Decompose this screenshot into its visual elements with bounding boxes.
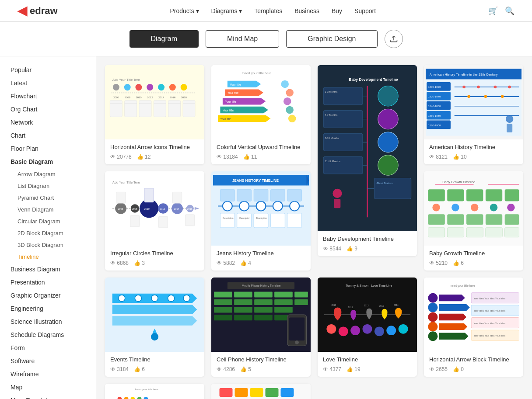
svg-text:Your Idea  Your Idea  Your Ide: Your Idea Your Idea Your Idea: [474, 322, 506, 325]
svg-point-84: [462, 86, 466, 89]
likes: 👍 19: [346, 366, 360, 372]
svg-rect-113: [185, 215, 195, 226]
sidebar-timeline[interactable]: Timeline: [0, 251, 96, 263]
card-title: Cell Phone History Timeline: [217, 356, 305, 363]
svg-text:Description: Description: [223, 217, 234, 219]
sidebar-wireframe[interactable]: Wireframe: [0, 368, 96, 381]
svg-point-5: [158, 84, 164, 90]
sidebar-pyramid-chart[interactable]: Pyramid Chart: [0, 192, 96, 204]
tab-diagram[interactable]: Diagram: [130, 30, 199, 48]
svg-text:2011: 2011: [348, 306, 353, 309]
svg-point-121: [273, 201, 283, 211]
sidebar-org-chart[interactable]: Org Chart: [0, 103, 96, 116]
card-body: Jeans History Timeline 👁 5882 👍 4: [211, 246, 311, 271]
sidebar-engineering[interactable]: Engineering: [0, 302, 96, 315]
svg-text:1-3 Months: 1-3 Months: [325, 90, 337, 93]
svg-text:Your title: Your title: [225, 100, 236, 103]
nav-business[interactable]: Business: [294, 7, 319, 14]
card-meta: 👁 5210 👍 6: [429, 260, 518, 266]
sidebar-form[interactable]: Form: [0, 341, 96, 354]
card-horizontal-arrow-icons[interactable]: Add Your Title Tere 2006 2008 2010: [105, 65, 204, 164]
svg-marker-211: [439, 314, 466, 320]
sidebar-map[interactable]: Map: [0, 381, 96, 394]
card-american-history[interactable]: American History Timeline in the 19th Ce…: [424, 65, 523, 164]
sidebar-circular-diagram[interactable]: Circular Diagram: [0, 215, 96, 227]
svg-text:2014: 2014: [174, 208, 179, 210]
svg-text:Description: Description: [256, 217, 267, 219]
card-jeans-history[interactable]: JEANS HISTORY TIMELINE: [211, 171, 311, 271]
sidebar: Popular Latest Flowchart Org Chart Netwo…: [0, 56, 96, 399]
sidebar-chart[interactable]: Chart: [0, 129, 96, 142]
svg-point-163: [135, 295, 141, 302]
sidebar-software[interactable]: Software: [0, 354, 96, 368]
card-colorful-vertical[interactable]: Insert your title here Your title Your t…: [211, 65, 311, 164]
card-meta: 👁 5882 👍 4: [217, 260, 305, 266]
tab-mindmap[interactable]: Mind Map: [206, 30, 279, 48]
sidebar-2d-block[interactable]: 2D Block Diagram: [0, 227, 96, 239]
card-title: Horizontal Arrow Block Timeline: [429, 356, 518, 363]
nav-buy[interactable]: Buy: [332, 7, 342, 14]
main-nav: Products ▾ Diagrams ▾ Templates Business…: [170, 7, 376, 14]
sidebar-3d-block[interactable]: 3D Block Diagram: [0, 239, 96, 251]
card-horizontal-arrow-block[interactable]: Insert your title here: [424, 278, 523, 377]
nav-templates[interactable]: Templates: [254, 7, 282, 14]
svg-point-119: [239, 201, 249, 211]
card-color-timeline-partial[interactable]: [211, 384, 311, 399]
card-meta: 👁 4286 👍 5: [217, 366, 305, 372]
nav-support[interactable]: Support: [354, 7, 376, 14]
likes: 👍 3: [134, 260, 145, 266]
svg-rect-134: [270, 189, 285, 201]
sidebar-popular[interactable]: Popular: [0, 63, 96, 76]
card-love-timeline[interactable]: Tommy & Simon - Love Time Line 2010 2011…: [318, 278, 417, 377]
sidebar-schedule[interactable]: Schedule Diagrams: [0, 328, 96, 341]
likes: 👍 0: [453, 366, 464, 372]
nav-products[interactable]: Products ▾: [170, 7, 199, 14]
sidebar-more-templates[interactable]: More Templates: [0, 394, 96, 399]
tab-graphic-design[interactable]: Graphic Design: [286, 30, 377, 48]
svg-point-145: [452, 204, 459, 212]
sidebar-flowchart[interactable]: Flowchart: [0, 90, 96, 103]
svg-rect-233: [266, 388, 279, 397]
logo-icon: ◀: [18, 3, 27, 18]
svg-rect-46: [323, 87, 363, 105]
sidebar-latest[interactable]: Latest: [0, 76, 96, 90]
upload-button[interactable]: [385, 30, 403, 48]
svg-point-122: [290, 201, 299, 211]
svg-rect-123: [220, 213, 234, 228]
svg-rect-175: [214, 299, 232, 305]
svg-rect-149: [428, 214, 444, 225]
svg-point-3: [135, 84, 142, 90]
cart-icon[interactable]: 🛒: [488, 6, 498, 16]
likes: 👍 5: [240, 366, 251, 372]
svg-text:Your title: Your title: [223, 109, 234, 112]
svg-rect-52: [323, 133, 363, 151]
likes: 👍 9: [346, 246, 357, 252]
svg-point-167: [151, 333, 158, 340]
card-bottom-partial[interactable]: Insert your title here: [105, 384, 204, 399]
svg-rect-158: [505, 228, 519, 237]
svg-point-146: [471, 204, 479, 212]
sidebar-basic-diagram[interactable]: Basic Diagram: [0, 155, 96, 168]
sidebar-venn-diagram[interactable]: Venn Diagram: [0, 204, 96, 215]
card-baby-growth[interactable]: Baby Growth Timeline: [424, 171, 523, 271]
sidebar-presentation[interactable]: Presentation: [0, 276, 96, 289]
nav-diagrams[interactable]: Diagrams ▾: [211, 7, 242, 14]
card-cell-phone-history[interactable]: Mobile Phone History Timeline: [211, 278, 311, 377]
card-title: Baby Growth Timeline: [429, 250, 518, 257]
search-icon[interactable]: 🔍: [505, 6, 514, 16]
sidebar-graphic-organizer[interactable]: Graphic Organizer: [0, 289, 96, 302]
svg-point-2: [124, 84, 131, 90]
sidebar-science[interactable]: Science Illustration: [0, 315, 96, 328]
sidebar-list-diagram[interactable]: List Diagram: [0, 180, 96, 192]
sidebar-network[interactable]: Network: [0, 116, 96, 129]
card-baby-development[interactable]: Baby Development Timeline 1-3 Months 4-7…: [318, 65, 417, 256]
sidebar-arrow-diagram[interactable]: Arrow Diagram: [0, 168, 96, 180]
card-events-timeline[interactable]: Events Timeline 👁 3184 👍 6: [105, 278, 204, 377]
sidebar-floor-plan[interactable]: Floor Plan: [0, 142, 96, 155]
card-irregular-circles[interactable]: Add Your Title Tere 2006 2008 2010: [105, 171, 204, 271]
svg-rect-181: [234, 307, 252, 312]
sidebar-business-diagram[interactable]: Business Diagram: [0, 263, 96, 276]
views: 👁 4286: [217, 366, 235, 372]
svg-point-210: [428, 312, 438, 322]
logo[interactable]: ◀ edraw: [18, 3, 58, 18]
